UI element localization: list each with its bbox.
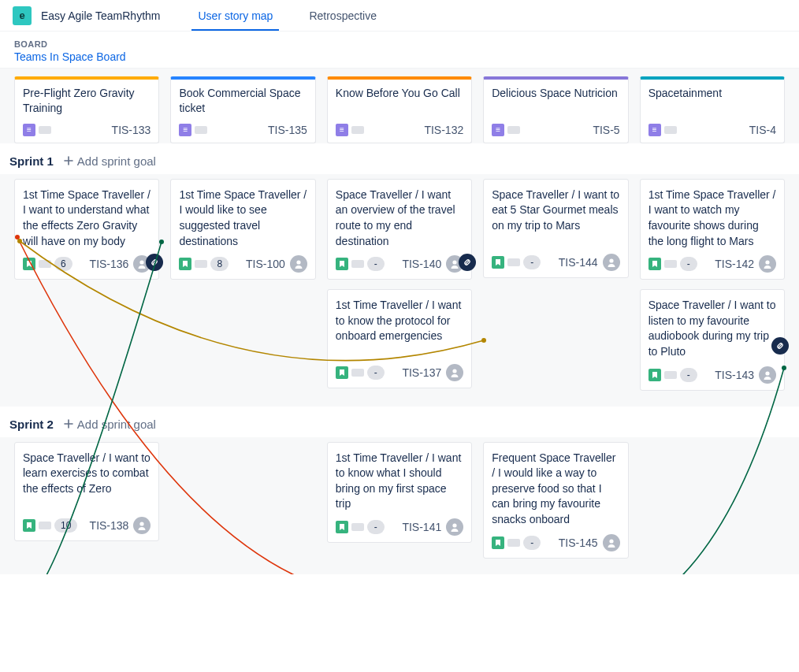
epic-title: Delicious Space Nutricion [492,86,619,101]
app-logo-icon: e [13,6,32,25]
link-badge-icon[interactable] [146,254,163,271]
app-header: e Easy Agile TeamRhythm User story map R… [0,0,799,32]
story-key: TIS-141 [402,521,441,533]
story-points: - [367,257,385,271]
story-footer: 8TIS-100 [179,255,307,273]
story-column: 1st Time Space Traveller / I would like … [170,179,315,391]
story-points: - [680,368,697,382]
epic-title: Spacetainment [648,86,776,101]
add-sprint-goal-1-label: Add sprint goal [77,154,156,168]
story-icon [336,521,348,533]
story-footer: -TIS-142 [648,255,776,273]
svg-point-9 [609,539,613,543]
epic-key: TIS-4 [749,124,776,136]
flag-icon [664,126,677,134]
app-title: Easy Agile TeamRhythm [41,9,160,22]
story-card[interactable]: Frequent Space Traveller / I would like … [483,442,628,559]
story-title: Space Traveller / I want to learn exerci… [23,451,151,510]
svg-point-5 [765,261,769,265]
flag-icon [507,126,520,134]
story-points: - [680,257,697,271]
story-card[interactable]: 1st Time Traveller / I want to know the … [327,289,472,388]
assignee-avatar-icon[interactable] [133,517,151,534]
story-key: TIS-143 [715,369,754,381]
add-sprint-goal-1[interactable]: Add sprint goal [63,154,156,168]
story-footer: 10TIS-138 [23,517,151,534]
story-footer: -TIS-143 [648,366,776,384]
story-key: TIS-138 [90,519,129,532]
epic-card[interactable]: Book Commercial Space ticket≡TIS-135 [170,76,315,143]
plus-icon [63,155,74,166]
flag-icon [507,539,520,547]
svg-point-4 [609,258,613,262]
link-badge-icon[interactable] [459,254,476,271]
flag-icon [39,522,51,529]
tab-user-story-map[interactable]: User story map [191,0,279,31]
sprint-2-grid: Space Traveller / I want to learn exerci… [0,437,799,574]
assignee-avatar-icon[interactable] [603,254,620,271]
story-card[interactable]: Space Traveller / I want an overview of … [327,179,472,280]
assignee-avatar-icon[interactable] [759,366,776,384]
epic-key: TIS-5 [593,124,619,136]
epic-card[interactable]: Spacetainment≡TIS-4 [640,76,785,143]
story-card[interactable]: 1st Time Space Traveller / I want to wat… [640,179,785,280]
epic-icon: ≡ [336,124,348,136]
story-column: Space Traveller / I want an overview of … [327,179,472,391]
flag-icon [195,260,207,268]
story-column: 1st Time Space Traveller / I want to wat… [640,179,785,391]
story-card[interactable]: 1st Time Traveller / I want to know what… [327,442,472,543]
tab-retrospective[interactable]: Retrospective [303,0,383,31]
sprint-2-header: Sprint 2 Add sprint goal [0,407,799,437]
flag-icon [351,523,364,531]
story-key: TIS-142 [715,258,754,270]
story-title: Space Traveller / I want an overview of … [336,187,463,249]
sprint-1-grid: 1st Time Space Traveller / I want to und… [0,174,799,407]
story-card[interactable]: 1st Time Space Traveller / I would like … [170,179,315,280]
story-key: TIS-145 [559,536,598,549]
assignee-avatar-icon[interactable] [446,364,463,381]
flag-icon [39,260,51,268]
story-points: 8 [210,257,229,271]
story-icon [23,519,35,532]
epic-footer: ≡TIS-5 [492,124,619,136]
story-title: Space Traveller / I want to eat 5 Star G… [492,187,619,247]
story-card[interactable]: Space Traveller / I want to learn exerci… [14,442,159,541]
story-points: 6 [54,257,72,271]
epic-footer: ≡TIS-133 [23,124,151,136]
story-title: 1st Time Traveller / I want to know the … [336,298,463,358]
svg-point-2 [453,261,457,265]
story-footer: -TIS-141 [336,518,463,536]
assignee-avatar-icon[interactable] [603,534,620,551]
add-sprint-goal-2[interactable]: Add sprint goal [63,418,156,431]
epic-card[interactable]: Pre-Flight Zero Gravity Training≡TIS-133 [14,76,159,143]
assignee-avatar-icon[interactable] [290,255,307,273]
story-icon [492,536,504,549]
epic-card[interactable]: Delicious Space Nutricion≡TIS-5 [483,76,628,143]
story-footer: -TIS-140 [336,255,463,273]
assignee-avatar-icon[interactable] [759,255,776,273]
story-icon [336,366,348,379]
add-sprint-goal-2-label: Add sprint goal [77,418,156,431]
story-card[interactable]: 1st Time Space Traveller / I want to und… [14,179,159,280]
epic-footer: ≡TIS-132 [336,124,463,136]
flag-icon [664,371,677,379]
story-points: - [367,520,385,534]
assignee-avatar-icon[interactable] [446,518,463,536]
story-title: 1st Time Space Traveller / I want to und… [23,187,151,249]
epic-footer: ≡TIS-4 [648,124,776,136]
story-key: TIS-100 [246,258,285,270]
sprint-1-header: Sprint 1 Add sprint goal [0,143,799,174]
sprint-2-name: Sprint 2 [9,418,54,431]
epic-title: Pre-Flight Zero Gravity Training [23,86,151,116]
link-badge-icon[interactable] [771,337,789,355]
board-name-link[interactable]: Teams In Space Board [14,50,785,63]
story-footer: -TIS-145 [492,534,619,551]
story-points: - [523,255,541,269]
epic-title: Book Commercial Space ticket [179,86,307,116]
story-icon [492,256,504,269]
epic-card[interactable]: Know Before You Go Call≡TIS-132 [327,76,472,143]
flag-icon [351,260,364,268]
flag-icon [195,126,207,134]
story-card[interactable]: Space Traveller / I want to eat 5 Star G… [483,179,628,278]
story-card[interactable]: Space Traveller / I want to listen to my… [640,289,785,390]
